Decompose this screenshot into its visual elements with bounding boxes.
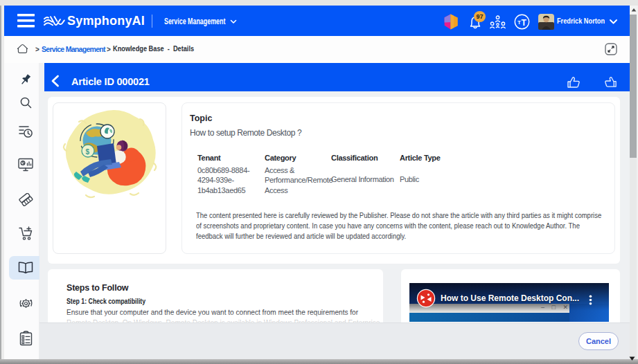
svg-text:$: $ — [86, 148, 90, 156]
svg-text:T: T — [522, 18, 527, 28]
svg-text:T: T — [517, 19, 521, 26]
